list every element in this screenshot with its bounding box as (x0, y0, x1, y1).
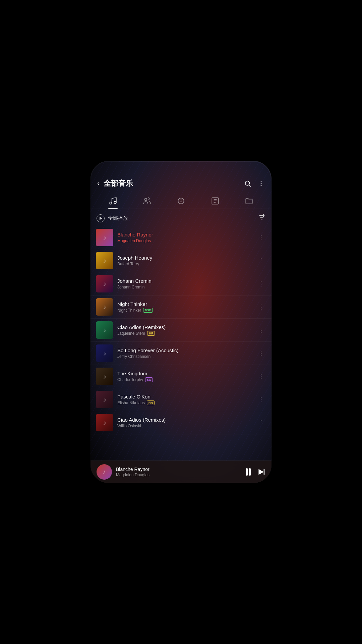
song-title: Johann Cremin (117, 278, 252, 284)
song-title: Pascale O'Kon (117, 394, 252, 399)
back-button[interactable]: ‹ (97, 179, 100, 188)
song-item[interactable]: ♪ So Long Forever (Acoustic) Jeffry Chri… (90, 342, 272, 365)
song-info: Pascale O'Kon Elisha Nikolaus HR (117, 394, 252, 405)
song-more-button[interactable]: ⋮ (256, 302, 266, 312)
song-info: Joseph Heaney Buford Terry (117, 255, 252, 266)
song-artist: Charlie Torphy (117, 377, 143, 382)
song-artist-row: Jaqueline Stehr HR (117, 331, 252, 336)
quality-badge: HR (147, 400, 155, 405)
svg-line-1 (249, 185, 251, 186)
quality-badge: DSD (143, 308, 153, 313)
song-artist: Johann Cremin (117, 285, 144, 289)
song-info: Blanche Raynor Magdalen Douglas (117, 232, 252, 243)
song-artist: Night Thinker (117, 308, 141, 313)
song-item[interactable]: ♪ The Kingdom Charlie Torphy SQ ⋮ (90, 365, 272, 388)
song-thumbnail: ♪ (96, 391, 113, 408)
now-playing-info: Blanche Raynor Magdalen Douglas (116, 467, 242, 477)
svg-point-6 (114, 201, 116, 204)
svg-point-4 (261, 185, 262, 186)
song-info: Ciao Adios (Remixes) Willis Osinski (117, 417, 252, 428)
tab-music[interactable] (105, 195, 121, 207)
filter-button[interactable] (258, 214, 265, 223)
now-playing-thumb: ♪ (97, 464, 112, 480)
play-all-button[interactable]: 全部播放 (97, 214, 128, 222)
tab-folders[interactable] (241, 195, 257, 207)
song-title: Joseph Heaney (117, 255, 252, 261)
song-more-button[interactable]: ⋮ (256, 371, 266, 381)
svg-point-5 (110, 202, 112, 204)
song-more-button[interactable]: ⋮ (256, 325, 266, 335)
song-item[interactable]: ♪ Johann Cremin Johann Cremin ⋮ (90, 272, 272, 296)
song-artist-row: Willis Osinski (117, 424, 252, 428)
song-artist-row: Buford Terry (117, 262, 252, 266)
song-thumbnail: ♪ (96, 414, 113, 431)
song-title: Ciao Adios (Remixes) (117, 417, 252, 423)
song-item[interactable]: ♪ Ciao Adios (Remixes) Willis Osinski ⋮ (90, 411, 272, 434)
song-more-button[interactable]: ⋮ (256, 348, 266, 358)
now-playing-title: Blanche Raynor (116, 467, 242, 472)
play-triangle-icon (100, 217, 102, 220)
song-thumbnail: ♪ (96, 344, 113, 362)
song-item[interactable]: ♪ Blanche Raynor Magdalen Douglas ⋮ (90, 226, 272, 249)
svg-point-3 (261, 183, 262, 184)
song-artist-row: Jeffry Christiansen (117, 354, 252, 359)
song-artist: Elisha Nikolaus (117, 400, 145, 405)
more-menu-button[interactable] (257, 180, 265, 187)
song-artist-row: Charlie Torphy SQ (117, 377, 252, 382)
now-playing-bar[interactable]: ♪ Blanche Raynor Magdalen Douglas (90, 461, 272, 483)
song-artist-row: Johann Cremin (117, 285, 252, 289)
song-more-button[interactable]: ⋮ (256, 256, 266, 266)
svg-marker-18 (258, 469, 263, 475)
song-info: Johann Cremin Johann Cremin (117, 278, 252, 289)
nav-tabs (90, 193, 272, 209)
pause-icon (246, 468, 251, 476)
svg-point-0 (245, 181, 250, 185)
song-title: The Kingdom (117, 371, 252, 376)
svg-point-10 (181, 201, 181, 201)
song-thumbnail: ♪ (96, 229, 113, 246)
quality-badge: HR (147, 331, 155, 336)
song-info: The Kingdom Charlie Torphy SQ (117, 371, 252, 382)
playback-controls (246, 468, 265, 476)
song-info: Ciao Adios (Remixes) Jaqueline Stehr HR (117, 324, 252, 336)
song-artist: Jeffry Christiansen (117, 354, 150, 359)
now-playing-artist: Magdalen Douglas (116, 473, 242, 477)
song-thumbnail: ♪ (96, 275, 113, 292)
song-thumbnail: ♪ (96, 321, 113, 339)
song-item[interactable]: ♪ Night Thinker Night Thinker DSD ⋮ (90, 296, 272, 319)
song-artist: Buford Terry (117, 262, 139, 266)
song-artist-row: Night Thinker DSD (117, 308, 252, 313)
tab-playlists[interactable] (207, 195, 223, 207)
song-artist: Magdalen Douglas (117, 238, 151, 243)
song-artist-row: Magdalen Douglas (117, 238, 252, 243)
song-title: Ciao Adios (Remixes) (117, 324, 252, 330)
header: ‹ 全部音乐 (90, 161, 272, 193)
song-title: So Long Forever (Acoustic) (117, 347, 252, 353)
song-more-button[interactable]: ⋮ (256, 418, 266, 428)
play-all-label: 全部播放 (108, 215, 128, 221)
skip-next-button[interactable] (257, 468, 265, 476)
pause-button[interactable] (246, 468, 251, 476)
play-circle-icon (97, 214, 105, 222)
svg-point-7 (145, 198, 147, 201)
song-artist-row: Elisha Nikolaus HR (117, 400, 252, 405)
play-all-bar: 全部播放 (90, 210, 272, 226)
song-more-button[interactable]: ⋮ (256, 394, 266, 405)
song-more-button[interactable]: ⋮ (256, 232, 266, 243)
song-list: ♪ Blanche Raynor Magdalen Douglas ⋮ ♪ Jo… (90, 226, 272, 461)
tab-artists[interactable] (139, 195, 155, 207)
page-title: 全部音乐 (104, 178, 241, 189)
svg-rect-19 (264, 469, 265, 475)
phone-content: ‹ 全部音乐 (90, 161, 272, 483)
search-button[interactable] (244, 180, 251, 187)
song-item[interactable]: ♪ Joseph Heaney Buford Terry ⋮ (90, 249, 272, 272)
song-more-button[interactable]: ⋮ (256, 279, 266, 289)
song-artist: Jaqueline Stehr (117, 331, 145, 336)
song-item[interactable]: ♪ Pascale O'Kon Elisha Nikolaus HR ⋮ (90, 388, 272, 411)
tab-albums[interactable] (173, 195, 189, 207)
song-info: So Long Forever (Acoustic) Jeffry Christ… (117, 347, 252, 359)
song-thumbnail: ♪ (96, 368, 113, 385)
svg-point-2 (261, 181, 262, 182)
song-item[interactable]: ♪ Ciao Adios (Remixes) Jaqueline Stehr H… (90, 319, 272, 342)
song-artist: Willis Osinski (117, 424, 141, 428)
